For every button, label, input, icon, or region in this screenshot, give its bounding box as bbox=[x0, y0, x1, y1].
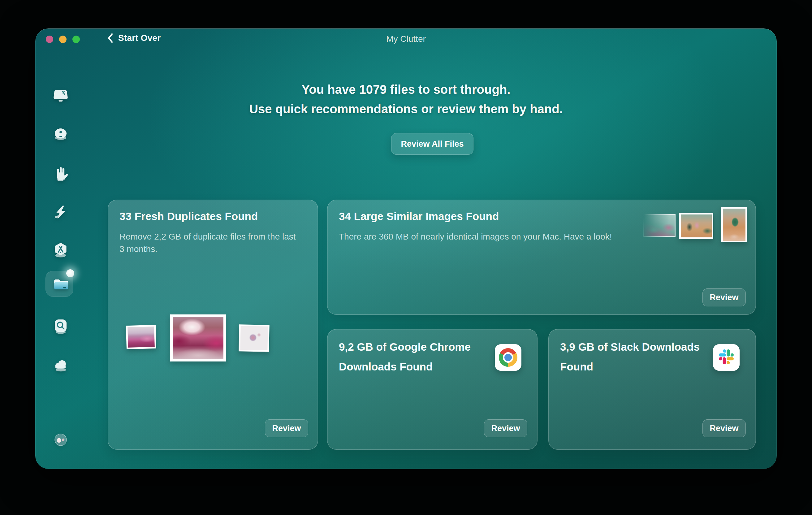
duplicates-card: 33 Fresh Duplicates Found Remove 2,2 GB … bbox=[108, 200, 318, 450]
app-window: Start Over My Clutter bbox=[35, 28, 777, 469]
slack-card-title: 3,9 GB of Slack Downloads Found bbox=[560, 337, 705, 377]
lightning-icon bbox=[52, 203, 69, 221]
sidebar-item-hand[interactable] bbox=[52, 164, 69, 182]
chrome-card-title: 9,2 GB of Google Chrome Downloads Found bbox=[339, 337, 484, 377]
slack-downloads-card: 3,9 GB of Slack Downloads Found Review bbox=[548, 329, 756, 450]
similar-images-card-body: There are 360 MB of nearly identical ima… bbox=[339, 231, 645, 243]
disc-icon bbox=[52, 125, 69, 143]
similar-thumbnail-2 bbox=[679, 213, 713, 239]
hand-icon bbox=[52, 164, 69, 182]
hero-line-1: You have 1079 files to sort through. bbox=[35, 80, 777, 99]
duplicates-card-body: Remove 2,2 GB of duplicate files from th… bbox=[119, 231, 298, 255]
sidebar-item-speed[interactable] bbox=[52, 203, 69, 221]
hero-heading: You have 1079 files to sort through. Use… bbox=[35, 80, 777, 119]
duplicates-review-button[interactable]: Review bbox=[265, 419, 308, 437]
sidebar-item-search[interactable] bbox=[52, 317, 69, 335]
duplicate-thumbnail-2 bbox=[170, 314, 226, 362]
slack-icon bbox=[719, 349, 734, 366]
slack-app-badge bbox=[713, 344, 740, 371]
chrome-downloads-card: 9,2 GB of Google Chrome Downloads Found … bbox=[327, 329, 538, 450]
similar-thumbnail-1 bbox=[643, 214, 675, 237]
hexagon-tools-icon bbox=[52, 241, 69, 259]
duplicate-thumbnail-3 bbox=[239, 324, 269, 352]
similar-images-card: 34 Large Similar Images Found There are … bbox=[327, 200, 756, 315]
chrome-app-badge bbox=[495, 344, 521, 371]
clutter-folder-icon bbox=[52, 275, 69, 292]
hero-line-2: Use quick recommendations or review them… bbox=[35, 99, 777, 119]
similar-images-card-title: 34 Large Similar Images Found bbox=[339, 210, 499, 223]
slack-review-button[interactable]: Review bbox=[702, 419, 746, 437]
assistant-bubble-icon bbox=[52, 431, 69, 449]
similar-images-review-button[interactable]: Review bbox=[702, 288, 746, 306]
search-icon bbox=[52, 317, 69, 335]
review-all-files-button[interactable]: Review All Files bbox=[391, 133, 473, 155]
sidebar-item-cloud[interactable] bbox=[52, 355, 69, 374]
duplicates-card-title: 33 Fresh Duplicates Found bbox=[119, 210, 258, 223]
duplicate-thumbnail-1 bbox=[126, 325, 156, 349]
sidebar-item-my-clutter[interactable] bbox=[52, 275, 69, 292]
sidebar-item-assistant[interactable] bbox=[52, 431, 69, 449]
chrome-review-button[interactable]: Review bbox=[484, 419, 527, 437]
google-chrome-icon bbox=[499, 348, 517, 367]
notification-badge bbox=[66, 269, 74, 277]
screen: Start Over My Clutter bbox=[0, 0, 812, 515]
sidebar-item-disc[interactable] bbox=[52, 125, 69, 143]
similar-thumbnail-3 bbox=[721, 207, 747, 242]
page-title: My Clutter bbox=[35, 34, 777, 44]
sidebar-item-applications[interactable] bbox=[52, 241, 69, 259]
cloud-icon bbox=[52, 355, 69, 374]
